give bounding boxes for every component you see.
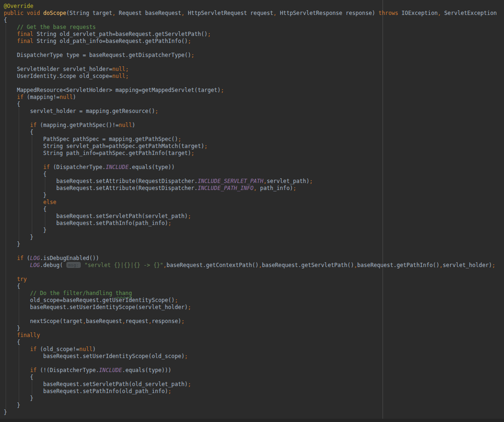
code-token: baseRequest.setPathInfo(old_path_info) (4, 388, 168, 394)
code-line[interactable]: } (4, 227, 497, 234)
code-token (4, 290, 30, 296)
code-line[interactable]: baseRequest.setUserIdentityScope(old_sco… (4, 353, 497, 360)
code-line[interactable]: String servlet_path=pathSpec.getPathMatc… (4, 143, 497, 150)
code-token: @Override (4, 3, 33, 9)
code-line[interactable]: { (4, 171, 497, 178)
code-token: ServletException (441, 10, 497, 16)
code-line[interactable]: @Override (4, 3, 497, 10)
code-line[interactable] (4, 59, 497, 66)
code-line[interactable]: // Get the base requests (4, 24, 497, 31)
code-line[interactable]: final String old_servlet_path=baseReques… (4, 31, 497, 38)
code-line[interactable] (4, 311, 497, 318)
code-token: null (119, 122, 132, 128)
code-line[interactable] (4, 80, 497, 87)
code-line[interactable]: baseRequest.setServletPath(servlet_path)… (4, 213, 497, 220)
code-line[interactable]: LOG.debug( msg: "servlet {}|{}|{} -> {}"… (4, 262, 497, 269)
code-line[interactable]: String path_info=pathSpec.getPathInfo(ta… (4, 150, 497, 157)
code-line[interactable]: finally (4, 332, 497, 339)
code-line[interactable]: final String old_path_info=baseRequest.g… (4, 38, 497, 45)
code-line[interactable]: baseRequest.setPathInfo(old_path_info); (4, 388, 497, 395)
code-line[interactable]: baseRequest.setAttribute(RequestDispatch… (4, 178, 497, 185)
code-token: ; (125, 73, 128, 79)
code-line[interactable]: // Do the filter/handling thang (4, 290, 497, 297)
code-line[interactable]: servlet_holder = mapping.getResource(); (4, 108, 497, 115)
code-line[interactable]: baseRequest.setServletPath(old_servlet_p… (4, 381, 497, 388)
code-token: (String target (66, 10, 113, 16)
code-line[interactable]: } (4, 234, 497, 241)
code-token: } (4, 409, 7, 415)
code-line[interactable]: { (4, 339, 497, 346)
code-area[interactable]: @Overridepublic void doScope(String targ… (4, 3, 497, 416)
code-token: INCLUDE (106, 164, 128, 170)
code-line[interactable]: nextScope(target,baseRequest,request,res… (4, 318, 497, 325)
code-line[interactable]: { (4, 374, 497, 381)
code-line[interactable]: { (4, 206, 497, 213)
code-token: , (163, 262, 167, 268)
code-line[interactable]: { (4, 101, 497, 108)
code-token (4, 24, 17, 30)
code-line[interactable]: } (4, 325, 497, 332)
code-line[interactable] (4, 115, 497, 122)
code-line[interactable]: } (4, 409, 497, 416)
code-line[interactable]: baseRequest.setPathInfo(path_info); (4, 220, 497, 227)
code-line[interactable]: { (4, 129, 497, 136)
code-token: .equals(type))) (122, 367, 171, 373)
code-line[interactable]: { (4, 283, 497, 290)
code-token: ; (155, 108, 158, 114)
code-line[interactable] (4, 248, 497, 255)
code-token (4, 199, 43, 205)
code-line[interactable]: MappedResource<ServletHolder> mapping=ge… (4, 87, 497, 94)
code-editor-surface[interactable]: @Overridepublic void doScope(String targ… (0, 0, 504, 422)
code-line[interactable]: else (4, 199, 497, 206)
code-line[interactable]: UserIdentity.Scope old_scope=null; (4, 73, 497, 80)
code-line[interactable]: baseRequest.setUserIdentityScope(servlet… (4, 304, 497, 311)
code-line[interactable]: { (4, 17, 497, 24)
code-line[interactable]: } (4, 192, 497, 199)
code-line[interactable]: if (LOG.isDebugEnabled()) (4, 255, 497, 262)
code-line[interactable] (4, 157, 497, 164)
code-token: path_info) (257, 185, 293, 191)
code-token (4, 94, 17, 100)
editor-bottom-edge (0, 419, 504, 422)
code-token: null (79, 346, 92, 352)
code-token: ; (191, 52, 194, 58)
code-line[interactable]: if (old_scope!=null) (4, 346, 497, 353)
code-line[interactable]: ServletHolder servlet_holder=null; (4, 66, 497, 73)
code-token: if (17, 94, 23, 100)
code-token: (old_scope!= (36, 346, 79, 352)
code-token: { (4, 206, 46, 212)
code-line[interactable]: public void doScope(String target, Reque… (4, 10, 497, 17)
code-token: , (254, 185, 257, 191)
code-line[interactable]: if (mapping!=null) (4, 94, 497, 101)
code-token: else (43, 199, 56, 205)
code-line[interactable]: PathSpec pathSpec = mapping.getPathSpec(… (4, 136, 497, 143)
code-token: , (440, 262, 443, 268)
code-line[interactable]: } (4, 241, 497, 248)
code-token: if (30, 346, 36, 352)
code-token: if (17, 255, 23, 261)
code-token: IOException (398, 10, 438, 16)
code-line[interactable]: if (!(DispatcherType.INCLUDE.equals(type… (4, 367, 497, 374)
code-token: } (4, 241, 20, 247)
code-token: ; (188, 213, 191, 219)
code-token: } (4, 402, 20, 408)
code-line[interactable]: try (4, 276, 497, 283)
code-line[interactable]: if (DispatcherType.INCLUDE.equals(type)) (4, 164, 497, 171)
code-line[interactable]: baseRequest.setAttribute(RequestDispatch… (4, 185, 497, 192)
code-token: ; (125, 66, 128, 72)
typo-underlined-word: thang (115, 290, 132, 296)
code-token: { (4, 171, 46, 177)
code-token (4, 367, 30, 373)
code-token: String old_servlet_path=baseRequest.getS… (33, 31, 207, 37)
code-token: nextScope(target (4, 318, 83, 324)
code-line[interactable]: } (4, 395, 497, 402)
code-token: ) (92, 346, 96, 352)
code-token: { (4, 339, 20, 345)
code-line[interactable]: } (4, 402, 497, 409)
code-line[interactable]: if (mapping.getPathSpec()!=null) (4, 122, 497, 129)
code-line[interactable]: DispatcherType type = baseRequest.getDis… (4, 52, 497, 59)
code-line[interactable] (4, 269, 497, 276)
code-line[interactable] (4, 360, 497, 367)
code-line[interactable] (4, 45, 497, 52)
code-line[interactable]: old_scope=baseRequest.getUserIdentitySco… (4, 297, 497, 304)
